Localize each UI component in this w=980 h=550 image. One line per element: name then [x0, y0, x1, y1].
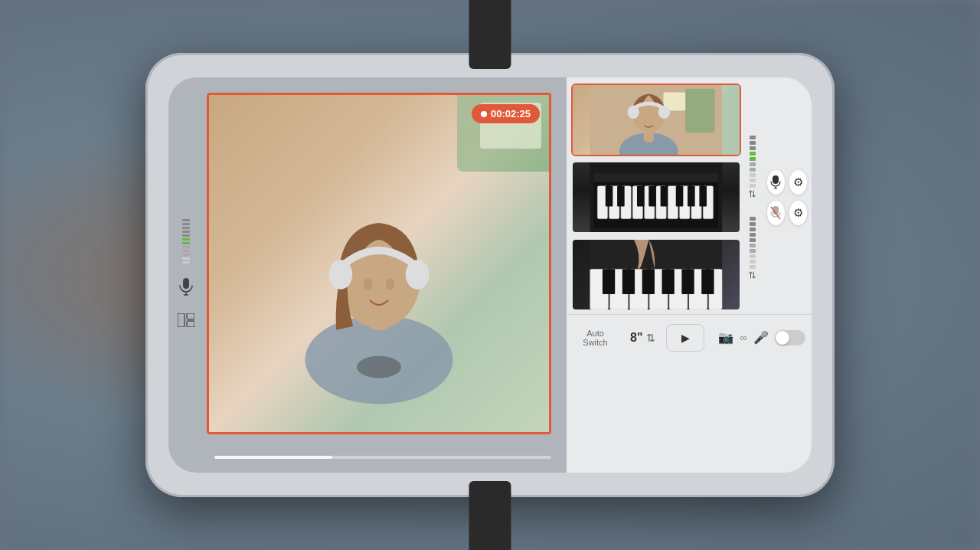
- svg-rect-5: [187, 321, 194, 327]
- meter-bar-1: [182, 219, 190, 221]
- audio-row-2: ⚙: [767, 201, 807, 225]
- thumb-1-content: [573, 85, 740, 155]
- svg-point-20: [658, 106, 670, 119]
- svg-rect-55: [662, 269, 675, 294]
- svg-rect-35: [606, 186, 613, 207]
- meter-bar-4: [182, 231, 190, 233]
- audio-controls-col: ⚙ ⚙: [764, 164, 810, 231]
- thumbnails-list: [571, 83, 741, 311]
- meter-bar-12: [182, 261, 190, 264]
- timer-text: 00:02:25: [491, 108, 531, 119]
- mic-button-1[interactable]: [767, 170, 785, 195]
- layout-icon[interactable]: [175, 309, 197, 331]
- svg-rect-53: [622, 269, 635, 294]
- video-content: [209, 95, 549, 432]
- swap-icon-v2: ⇄: [747, 271, 758, 279]
- camera-icon-sm: 📷: [718, 330, 733, 345]
- thumbnail-camera-1[interactable]: [571, 83, 741, 156]
- thumb-2-content: [573, 162, 740, 232]
- svg-rect-3: [178, 313, 185, 327]
- camera-list-panel: ⇄: [567, 77, 812, 473]
- meter-bar-11: [182, 257, 190, 260]
- svg-rect-38: [648, 186, 656, 207]
- camera-mic-link: 📷 ∞ 🎤: [709, 330, 812, 345]
- right-section: ⇄: [567, 77, 812, 473]
- svg-rect-36: [617, 186, 625, 207]
- svg-rect-40: [676, 186, 684, 207]
- recording-dot: [481, 111, 487, 117]
- svg-point-19: [628, 106, 639, 119]
- play-section: ▶: [662, 324, 709, 352]
- svg-point-10: [406, 260, 430, 290]
- phone-frame: 00:02:25: [145, 53, 835, 497]
- svg-rect-42: [699, 186, 707, 207]
- phone-screen: 00:02:25: [168, 77, 812, 473]
- controls-row-top: ⇄: [567, 77, 812, 314]
- mic-icon-sm: 🎤: [753, 330, 769, 345]
- svg-rect-52: [603, 269, 615, 294]
- play-icon: ▶: [681, 332, 690, 344]
- meter-bar-8: [182, 246, 190, 248]
- main-camera-panel: 00:02:25: [168, 77, 567, 473]
- level-strip-1: [750, 119, 756, 188]
- thumbnail-camera-3[interactable]: [571, 238, 741, 311]
- svg-point-11: [364, 278, 373, 290]
- svg-point-12: [386, 278, 395, 290]
- left-sidebar: [168, 77, 203, 473]
- mic-muted-icon: [770, 206, 781, 220]
- svg-rect-57: [701, 269, 714, 294]
- level-strip-2: [750, 200, 756, 269]
- mic-mute-button[interactable]: [767, 201, 785, 225]
- thumb-3-content: [573, 240, 740, 309]
- mic-icon-1: [770, 175, 781, 189]
- auto-switch-control[interactable]: Auto Switch: [567, 329, 624, 347]
- duration-control: 8" ⇅: [624, 331, 662, 345]
- meter-bar-6: [182, 238, 190, 241]
- duration-value: 8": [630, 331, 642, 345]
- auto-label: Auto: [586, 329, 604, 338]
- link-toggle[interactable]: [775, 330, 805, 345]
- settings-button-2[interactable]: ⚙: [789, 201, 807, 225]
- settings-button-1[interactable]: ⚙: [789, 170, 807, 195]
- svg-point-9: [328, 260, 352, 290]
- svg-point-13: [357, 356, 401, 378]
- meter-bar-10: [182, 254, 190, 256]
- audio-row-1: ⚙: [767, 170, 807, 195]
- duration-swap-icon[interactable]: ⇅: [646, 332, 655, 344]
- meter-bar-3: [182, 227, 190, 229]
- svg-rect-54: [642, 269, 655, 294]
- progress-track[interactable]: [214, 456, 551, 459]
- thumbnail-camera-2[interactable]: [571, 161, 741, 234]
- recording-timer: 00:02:25: [472, 104, 540, 123]
- svg-rect-43: [593, 173, 718, 182]
- link-icon-sm: ∞: [740, 332, 746, 343]
- meter-bar-5: [182, 234, 190, 237]
- svg-rect-58: [773, 175, 779, 184]
- svg-rect-22: [644, 130, 654, 142]
- svg-rect-4: [187, 313, 194, 319]
- video-progress-bar: [168, 442, 567, 473]
- svg-rect-0: [183, 278, 189, 289]
- meter-bar-2: [182, 223, 190, 225]
- svg-rect-56: [681, 269, 694, 294]
- play-button[interactable]: ▶: [666, 324, 704, 352]
- meter-bar-7: [182, 242, 190, 244]
- toggle-knob: [776, 331, 789, 345]
- switch-label: Switch: [583, 338, 607, 347]
- meter-bar-9: [182, 250, 190, 252]
- svg-rect-39: [661, 186, 668, 207]
- svg-rect-41: [688, 186, 695, 207]
- microphone-icon[interactable]: [175, 276, 197, 297]
- right-level-strip: ⇄: [746, 115, 760, 280]
- level-meter: [182, 219, 190, 264]
- svg-rect-16: [685, 89, 714, 133]
- swap-icon-v1: ⇄: [747, 190, 758, 198]
- main-video-view: 00:02:25: [207, 93, 551, 434]
- bottom-controls-bar: Auto Switch 8" ⇅ ▶: [567, 314, 812, 360]
- svg-rect-37: [637, 186, 645, 207]
